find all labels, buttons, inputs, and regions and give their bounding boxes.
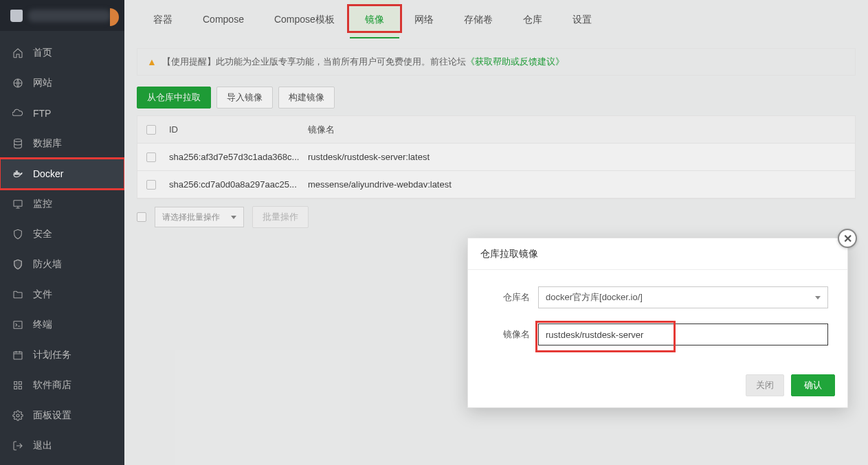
images-table: ID 镜像名 sha256:af3d7e57d3c1ada368c... rus… (137, 115, 856, 199)
chevron-down-icon (815, 296, 821, 299)
form-row-repo: 仓库名 docker官方库[docker.io/] (487, 286, 828, 308)
warning-icon: ▲ (147, 56, 157, 67)
svg-rect-5 (16, 171, 17, 172)
nav-item-security[interactable]: 安全 (0, 219, 124, 249)
tab-repo[interactable]: 仓库 (508, 0, 557, 38)
svg-rect-12 (19, 386, 21, 389)
footer-checkbox[interactable] (137, 212, 146, 222)
nav-label: 首页 (33, 47, 52, 59)
nav-item-monitor[interactable]: 监控 (0, 189, 124, 219)
image-label: 镜像名 (487, 328, 530, 341)
nav-label: 安全 (33, 228, 52, 240)
nav-item-home[interactable]: 首页 (0, 38, 124, 68)
svg-rect-7 (14, 321, 22, 329)
tab-network[interactable]: 网络 (399, 0, 449, 38)
nav-label: 数据库 (33, 137, 62, 150)
nav-item-website[interactable]: 网站 (0, 68, 124, 98)
toolbar: 从仓库中拉取 导入镜像 构建镜像 (137, 87, 856, 109)
cell-id: sha256:cd7a0d0a8a297aac25... (165, 179, 304, 190)
tab-label: Compose (203, 14, 244, 25)
nav-item-cron[interactable]: 计划任务 (0, 340, 124, 370)
modal-body: 仓库名 docker官方库[docker.io/] 镜像名 (468, 270, 847, 366)
svg-rect-8 (14, 352, 22, 359)
repo-select-value: docker官方库[docker.io/] (546, 291, 643, 304)
build-image-button[interactable]: 构建镜像 (278, 87, 335, 109)
nav-label: FTP (33, 108, 51, 119)
nav-label: 网站 (33, 77, 52, 89)
nav-item-docker[interactable]: Docker (0, 159, 124, 189)
tab-settings[interactable]: 设置 (557, 0, 607, 38)
table-footer: 请选择批量操作 批量操作 (137, 206, 856, 228)
svg-point-13 (16, 414, 19, 417)
tab-label: Compose模板 (274, 14, 335, 25)
terminal-icon (12, 319, 23, 330)
tab-volume[interactable]: 存储卷 (449, 0, 508, 38)
modal-footer: 关闭 确认 (468, 366, 847, 407)
tab-container[interactable]: 容器 (138, 0, 188, 38)
tab-compose-template[interactable]: Compose模板 (259, 0, 350, 38)
monitor-icon (12, 199, 23, 209)
chevron-down-icon (231, 216, 236, 219)
nav-item-ftp[interactable]: FTP (0, 98, 124, 128)
tab-label: 存储卷 (464, 14, 493, 25)
header-name: 镜像名 (304, 124, 855, 136)
nav-label: 退出 (33, 440, 52, 452)
folder-icon (12, 289, 23, 300)
globe-icon (12, 78, 23, 89)
alert-banner: ▲ 【使用提醒】此功能为企业版专享功能，当前所有用户可免费使用。前往论坛 《获取… (137, 48, 856, 76)
tab-label: 镜像 (365, 14, 384, 25)
nav-label: 计划任务 (33, 349, 71, 361)
batch-select-placeholder: 请选择批量操作 (162, 212, 220, 223)
row-checkbox[interactable] (146, 152, 156, 162)
shield-icon (12, 229, 23, 240)
nav-item-files[interactable]: 文件 (0, 280, 124, 310)
logo-text-blurred (28, 10, 111, 22)
pull-from-repo-button[interactable]: 从仓库中拉取 (137, 87, 211, 109)
database-icon (12, 138, 23, 149)
avatar[interactable] (101, 8, 119, 26)
nav-item-database[interactable]: 数据库 (0, 128, 124, 159)
alert-link[interactable]: 《获取帮助或反馈建议》 (466, 56, 564, 68)
sidebar: 首页 网站 FTP 数据库 Docker 监控 安全 防火墙 (0, 0, 124, 465)
select-all-checkbox[interactable] (146, 125, 156, 135)
header-id: ID (165, 124, 304, 135)
nav-label: 监控 (33, 198, 52, 210)
nav-item-panel-settings[interactable]: 面板设置 (0, 400, 124, 431)
nav-item-logout[interactable]: 退出 (0, 431, 124, 461)
logo-icon (10, 10, 23, 22)
batch-select[interactable]: 请选择批量操作 (155, 207, 244, 227)
tab-label: 设置 (572, 14, 592, 25)
svg-point-1 (14, 139, 22, 141)
svg-rect-9 (14, 382, 17, 385)
image-name-input[interactable] (538, 324, 828, 345)
confirm-button[interactable]: 确认 (791, 374, 835, 396)
tab-label: 容器 (153, 14, 173, 25)
tab-label: 仓库 (523, 14, 542, 25)
tab-images[interactable]: 镜像 (350, 0, 399, 38)
nav: 首页 网站 FTP 数据库 Docker 监控 安全 防火墙 (0, 31, 124, 461)
row-checkbox[interactable] (146, 180, 156, 190)
tab-label: 网络 (414, 14, 434, 25)
nav-item-firewall[interactable]: 防火墙 (0, 249, 124, 280)
tab-compose[interactable]: Compose (188, 0, 259, 38)
import-image-button[interactable]: 导入镜像 (216, 87, 273, 109)
cell-id: sha256:af3d7e57d3c1ada368c... (165, 152, 304, 162)
modal-close-button[interactable]: ✕ (838, 229, 857, 248)
tabs: 容器 Compose Compose模板 镜像 网络 存储卷 仓库 设置 (124, 0, 868, 38)
ftp-icon (12, 108, 23, 119)
batch-action-button[interactable]: 批量操作 (252, 206, 309, 228)
repo-select[interactable]: docker官方库[docker.io/] (538, 286, 828, 308)
nav-item-appstore[interactable]: 软件商店 (0, 370, 124, 400)
calendar-icon (12, 350, 23, 361)
nav-label: 软件商店 (33, 379, 71, 392)
docker-icon (12, 168, 23, 179)
svg-rect-6 (14, 201, 22, 207)
home-icon (12, 47, 23, 58)
nav-item-terminal[interactable]: 终端 (0, 310, 124, 340)
alert-text: 【使用提醒】此功能为企业版专享功能，当前所有用户可免费使用。前往论坛 (162, 56, 466, 68)
cell-name: messense/aliyundrive-webdav:latest (304, 179, 855, 190)
firewall-icon (12, 259, 23, 270)
settings-icon (12, 410, 23, 421)
cancel-button[interactable]: 关闭 (746, 374, 784, 396)
nav-label: 面板设置 (33, 409, 71, 422)
